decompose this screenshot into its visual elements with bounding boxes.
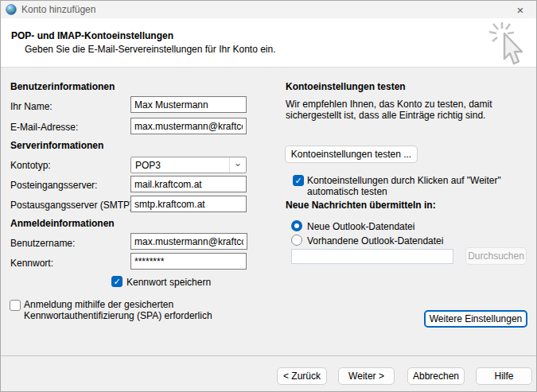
account-type-value: POP3 <box>131 160 229 171</box>
remember-password-label: Kennwort speichern <box>126 277 211 288</box>
app-icon <box>6 4 17 15</box>
test-info-text: Wir empfehlen Ihnen, das Konto zu testen… <box>286 99 492 121</box>
password-input[interactable] <box>130 253 247 270</box>
chevron-down-icon: ⌄ <box>229 157 246 173</box>
more-settings-button[interactable]: Weitere Einstellungen <box>424 310 527 328</box>
name-label: Ihr Name: <box>10 101 53 112</box>
close-icon[interactable]: × <box>504 1 536 18</box>
name-input[interactable] <box>130 96 247 113</box>
footer-divider <box>1 355 536 356</box>
email-input[interactable] <box>130 118 247 134</box>
data-file-path-input <box>291 249 453 264</box>
window-title: Konto hinzufügen <box>21 4 95 15</box>
remember-password-checkbox[interactable]: ✓ <box>111 276 123 287</box>
page-title: POP- und IMAP-Kontoeinstellungen <box>11 30 173 41</box>
account-type-select[interactable]: POP3 ⌄ <box>130 157 247 173</box>
section-deliver-to: Neue Nachrichten übermitteln in: <box>286 200 436 211</box>
username-label: Benutzername: <box>10 238 75 249</box>
wizard-header: POP- und IMAP-Kontoeinstellungen Geben S… <box>1 18 536 68</box>
section-server-info: Serverinformationen <box>10 140 103 151</box>
radio-new-data-file-label: Neue Outlook-Datendatei <box>307 221 414 232</box>
radio-existing-data-file[interactable] <box>291 235 302 246</box>
email-label: E-Mail-Adresse: <box>10 122 78 133</box>
next-button[interactable]: Weiter > <box>338 367 395 385</box>
page-subtitle: Geben Sie die E-Mail-Servereinstellungen… <box>25 44 276 55</box>
autotest-label: Kontoeinstellungen durch Klicken auf "We… <box>307 175 501 197</box>
outgoing-server-label: Postausgangsserver (SMTP): <box>10 200 135 211</box>
section-test-settings: Kontoeinstellungen testen <box>286 81 406 92</box>
help-button[interactable]: Hilfe <box>476 367 532 385</box>
spa-label: Anmeldung mithilfe der gesicherten Kennw… <box>24 299 212 321</box>
outgoing-server-input[interactable] <box>130 196 247 212</box>
username-input[interactable] <box>130 233 247 250</box>
incoming-server-label: Posteingangsserver: <box>10 180 97 191</box>
add-account-dialog: Konto hinzufügen × POP- und IMAP-Kontoei… <box>0 0 537 392</box>
cursor-click-icon <box>488 21 532 69</box>
radio-existing-data-file-label: Vorhandene Outlook-Datendatei <box>307 235 443 246</box>
titlebar: Konto hinzufügen <box>1 1 536 18</box>
radio-new-data-file[interactable] <box>291 220 302 231</box>
autotest-checkbox[interactable]: ✓ <box>293 175 304 186</box>
incoming-server-input[interactable] <box>130 176 247 192</box>
test-settings-button[interactable]: Kontoeinstellungen testen ... <box>285 146 418 163</box>
browse-button: Durchsuchen <box>465 247 527 265</box>
cancel-button[interactable]: Abbrechen <box>407 367 465 385</box>
section-login-info: Anmeldeinformationen <box>10 218 115 229</box>
section-user-info: Benutzerinformationen <box>10 81 115 92</box>
back-button[interactable]: < Zurück <box>277 367 327 385</box>
password-label: Kennwort: <box>10 258 53 269</box>
spa-checkbox[interactable] <box>10 300 21 311</box>
account-type-label: Kontotyp: <box>10 160 51 171</box>
